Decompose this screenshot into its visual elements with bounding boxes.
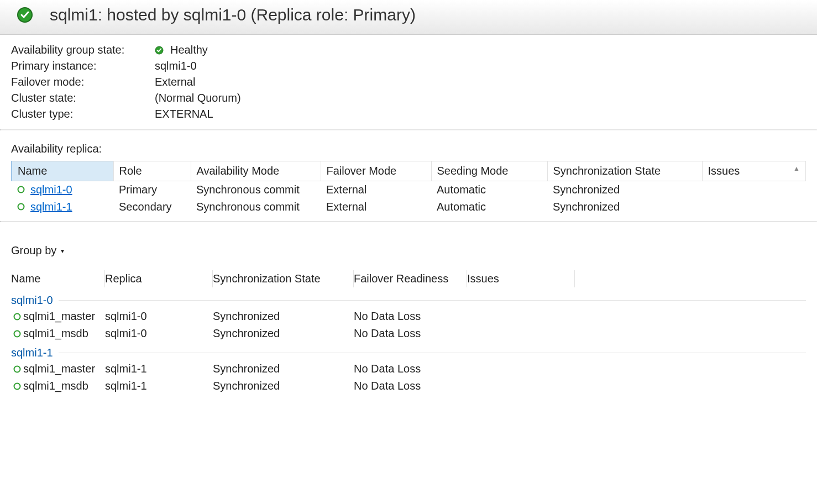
replica-issues <box>702 198 806 216</box>
summary-section: Availability group state: Healthy Primar… <box>0 35 817 129</box>
value-primary-instance: sqlmi1-0 <box>155 60 197 72</box>
replica-seeding-mode: Automatic <box>431 181 547 199</box>
replica-issues <box>702 181 806 199</box>
db-row[interactable]: sqlmi1_msdbsqlmi1-0SynchronizedNo Data L… <box>11 325 806 342</box>
status-ok-icon <box>17 7 33 23</box>
col-header-issues[interactable]: Issues ▲ <box>702 161 806 181</box>
group-header-rule <box>59 300 806 301</box>
col-header-db-name[interactable]: Name <box>11 270 105 287</box>
replica-sync-state: Synchronized <box>547 181 702 199</box>
db-row[interactable]: sqlmi1_msdbsqlmi1-1SynchronizedNo Data L… <box>11 377 806 395</box>
status-ring-icon <box>17 186 25 193</box>
col-header-seeding-mode[interactable]: Seeding Mode <box>431 161 547 181</box>
svg-point-7 <box>14 383 20 389</box>
group-by-dropdown[interactable]: Group by ▾ <box>11 244 64 257</box>
value-cluster-type: EXTERNAL <box>155 108 213 120</box>
db-replica: sqlmi1-1 <box>105 363 213 375</box>
col-header-db-replica[interactable]: Replica <box>105 270 213 287</box>
value-cluster-state: (Normal Quorum) <box>155 92 241 104</box>
svg-point-5 <box>14 330 20 337</box>
db-row[interactable]: sqlmi1_mastersqlmi1-0SynchronizedNo Data… <box>11 308 806 325</box>
page-title: sqlmi1: hosted by sqlmi1-0 (Replica role… <box>50 6 416 24</box>
db-sync-state: Synchronized <box>213 327 354 340</box>
replica-availability-mode: Synchronous commit <box>191 198 321 216</box>
group-header[interactable]: sqlmi1-0 <box>11 294 806 307</box>
value-failover-mode: External <box>155 76 195 88</box>
group-by-label: Group by <box>11 244 56 257</box>
db-name: sqlmi1_msdb <box>23 327 88 340</box>
col-header-db-issues[interactable]: Issues <box>467 270 575 287</box>
label-primary-instance: Primary instance: <box>11 60 155 72</box>
db-sync-state: Synchronized <box>213 363 354 375</box>
col-header-availability-mode[interactable]: Availability Mode <box>191 161 321 181</box>
status-ring-icon <box>11 313 23 321</box>
db-failover-readiness: No Data Loss <box>354 310 467 323</box>
replica-row[interactable]: sqlmi1-1SecondarySynchronous commitExter… <box>12 198 806 216</box>
db-failover-readiness: No Data Loss <box>354 363 467 375</box>
db-replica: sqlmi1-0 <box>105 310 213 323</box>
replica-section-title: Availability replica: <box>11 143 806 155</box>
database-section: Group by ▾ Name Replica Synchronization … <box>0 222 817 400</box>
db-name: sqlmi1_msdb <box>23 380 88 392</box>
value-ag-state: Healthy <box>170 44 208 56</box>
db-sync-state: Synchronized <box>213 380 354 392</box>
db-row[interactable]: sqlmi1_mastersqlmi1-1SynchronizedNo Data… <box>11 360 806 377</box>
col-header-sync-state[interactable]: Synchronization State <box>547 161 702 181</box>
svg-point-6 <box>14 366 20 372</box>
status-ring-icon <box>11 330 23 338</box>
db-name: sqlmi1_master <box>23 310 95 323</box>
replica-availability-mode: Synchronous commit <box>191 181 321 199</box>
label-cluster-type: Cluster type: <box>11 108 155 120</box>
col-header-name[interactable]: Name <box>12 161 113 181</box>
db-failover-readiness: No Data Loss <box>354 380 467 392</box>
svg-point-2 <box>18 187 24 193</box>
group-header-rule <box>59 353 806 353</box>
replica-failover-mode: External <box>321 198 431 216</box>
replica-sync-state: Synchronized <box>547 198 702 216</box>
dashboard-header: sqlmi1: hosted by sqlmi1-0 (Replica role… <box>0 0 817 35</box>
replica-row[interactable]: sqlmi1-0PrimarySynchronous commitExterna… <box>12 181 806 199</box>
replica-failover-mode: External <box>321 181 431 199</box>
replica-role: Primary <box>113 181 191 199</box>
sort-ascending-icon: ▲ <box>793 165 800 172</box>
status-ring-icon <box>11 382 23 390</box>
col-header-failover-mode[interactable]: Failover Mode <box>321 161 431 181</box>
col-header-role[interactable]: Role <box>113 161 191 181</box>
status-ring-icon <box>11 365 23 373</box>
group-header-label: sqlmi1-1 <box>11 347 53 359</box>
col-header-db-sync[interactable]: Synchronization State <box>213 270 354 287</box>
col-header-db-ready[interactable]: Failover Readiness <box>354 270 467 287</box>
svg-point-4 <box>14 313 20 319</box>
db-failover-readiness: No Data Loss <box>354 327 467 340</box>
label-ag-state: Availability group state: <box>11 44 155 56</box>
replica-name-link[interactable]: sqlmi1-1 <box>30 201 72 213</box>
status-ring-icon <box>17 203 25 211</box>
replica-seeding-mode: Automatic <box>431 198 547 216</box>
label-failover-mode: Failover mode: <box>11 76 155 88</box>
replica-name-link[interactable]: sqlmi1-0 <box>30 183 72 196</box>
status-ok-icon <box>155 46 164 55</box>
replica-section: Availability replica: Name Role Availabi… <box>0 130 817 221</box>
svg-point-3 <box>18 204 24 210</box>
db-sync-state: Synchronized <box>213 310 354 323</box>
db-column-headers: Name Replica Synchronization State Failo… <box>11 268 806 290</box>
replica-table: Name Role Availability Mode Failover Mod… <box>11 161 806 216</box>
db-replica: sqlmi1-0 <box>105 327 213 340</box>
chevron-down-icon: ▾ <box>61 247 64 255</box>
group-header[interactable]: sqlmi1-1 <box>11 347 806 359</box>
group-header-label: sqlmi1-0 <box>11 294 53 307</box>
replica-role: Secondary <box>113 198 191 216</box>
db-name: sqlmi1_master <box>23 363 95 375</box>
label-cluster-state: Cluster state: <box>11 92 155 104</box>
db-replica: sqlmi1-1 <box>105 380 213 392</box>
